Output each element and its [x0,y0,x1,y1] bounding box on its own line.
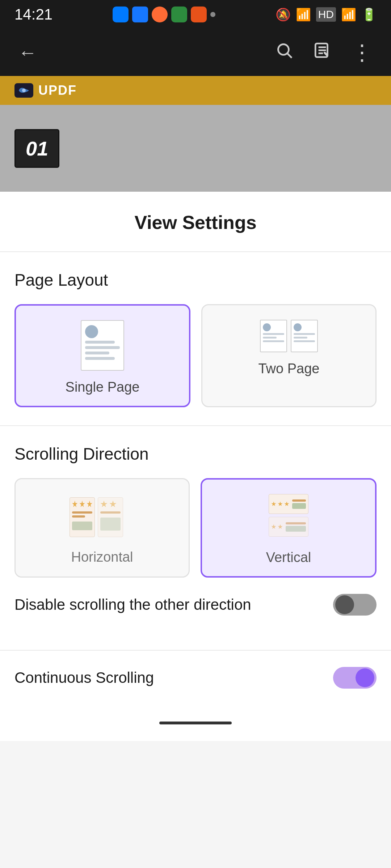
view-settings-header: View Settings [0,192,391,252]
mini-line [263,333,284,335]
scrolling-direction-section: Scrolling Direction [0,426,391,651]
app-icon-alipay [132,7,148,22]
nav-bar: ← ⋮ [0,29,391,76]
single-page-icon [81,320,124,371]
scroll-options: Horizontal [14,478,377,578]
main-content: View Settings Page Layout Single Page [0,192,391,705]
nav-right-icons: ⋮ [275,40,373,65]
page-line [85,341,115,344]
edit-button[interactable] [313,41,331,64]
horiz-wave [100,518,121,531]
vert-star [278,502,283,507]
pdf-preview: 01 [0,105,391,192]
brand-logo: UPDF [14,83,77,98]
horiz-page-2 [98,497,123,537]
mini-line [263,337,277,339]
horizontal-label: Horizontal [71,549,133,565]
toggle-knob [335,595,354,614]
layout-options: Single Page [14,304,377,407]
mini-line [294,333,315,335]
vertical-option[interactable]: Vertical [201,478,377,578]
two-page-option[interactable]: Two Page [201,304,377,407]
scrolling-direction-title: Scrolling Direction [14,444,377,464]
brand-icon [14,83,33,98]
app-icon-oppo [171,7,187,22]
vert-star [271,524,276,529]
brand-name: UPDF [38,83,77,98]
search-button[interactable] [275,41,293,64]
signal-icon: 📶 [341,7,356,22]
two-page-label: Two Page [258,361,320,376]
vert-page-1 [269,494,308,514]
horizontal-icon [70,494,135,541]
vert-lines-2 [286,522,306,532]
continuous-scrolling-row: Continuous Scrolling [14,651,377,705]
single-page-option[interactable]: Single Page [14,304,190,407]
status-bar: 14:21 🔕 📶 HD 📶 🔋 [0,0,391,29]
mini-line [294,337,307,339]
mini-page-right [291,320,318,352]
vertical-label: Vertical [266,550,311,565]
dot-indicator [210,12,215,17]
vert-lines [292,499,306,509]
continuous-scrolling-label: Continuous Scrolling [14,669,154,686]
wifi-icon: 📶 [296,7,311,22]
pdf-page-number: 01 [14,129,59,168]
brand-bar: UPDF [0,76,391,105]
page-line [85,357,115,360]
hd-icon: HD [316,7,336,22]
vertical-icon [265,494,312,541]
bottom-bar [0,705,391,741]
mini-avatar [263,323,271,331]
battery-icon: 🔋 [361,7,377,22]
page-avatar [85,325,98,338]
home-indicator [159,722,232,724]
vert-line [292,499,306,502]
horiz-line [100,511,121,514]
vert-wave [292,503,306,509]
app-icon-music [152,7,168,22]
status-icons: 🔕 📶 HD 📶 🔋 [276,7,377,22]
mute-icon: 🔕 [276,7,291,22]
disable-scrolling-label: Disable scrolling the other direction [14,596,251,613]
mini-line [294,340,315,342]
horiz-page-1 [70,497,95,537]
view-settings-title: View Settings [14,212,377,233]
vert-star [284,502,289,507]
horiz-line [72,511,92,514]
disable-scrolling-toggle[interactable] [333,594,377,616]
vert-stars [271,502,289,507]
disable-scrolling-row: Disable scrolling the other direction [14,578,377,632]
page-layout-title: Page Layout [14,270,377,290]
app-icons [113,7,215,22]
page-line [85,352,109,354]
status-time: 14:21 [14,6,52,23]
app-icon-blue [113,7,129,22]
back-button[interactable]: ← [18,42,37,63]
page-layout-section: Page Layout Single Page [0,252,391,426]
two-page-icon [260,320,318,352]
single-page-label: Single Page [66,379,140,395]
horiz-line [72,515,85,518]
vert-wave [286,526,306,532]
svg-point-0 [278,44,289,55]
vert-stars-2 [271,524,283,529]
vert-star [278,524,283,529]
mini-page-left [260,320,287,352]
mini-line [263,340,284,342]
svg-line-1 [287,54,291,58]
more-button[interactable]: ⋮ [351,40,373,65]
mini-avatar [294,323,302,331]
vert-line [286,522,306,524]
vert-page-2 [269,517,308,537]
continuous-scrolling-section: Continuous Scrolling [0,651,391,705]
page-line [85,346,120,349]
continuous-scrolling-toggle[interactable] [333,667,377,689]
horiz-wave [72,522,92,530]
vert-star [271,502,276,507]
app-icon-mail [191,7,207,22]
horizontal-option[interactable]: Horizontal [14,478,190,578]
toggle-knob [356,668,374,687]
svg-point-6 [22,89,26,92]
